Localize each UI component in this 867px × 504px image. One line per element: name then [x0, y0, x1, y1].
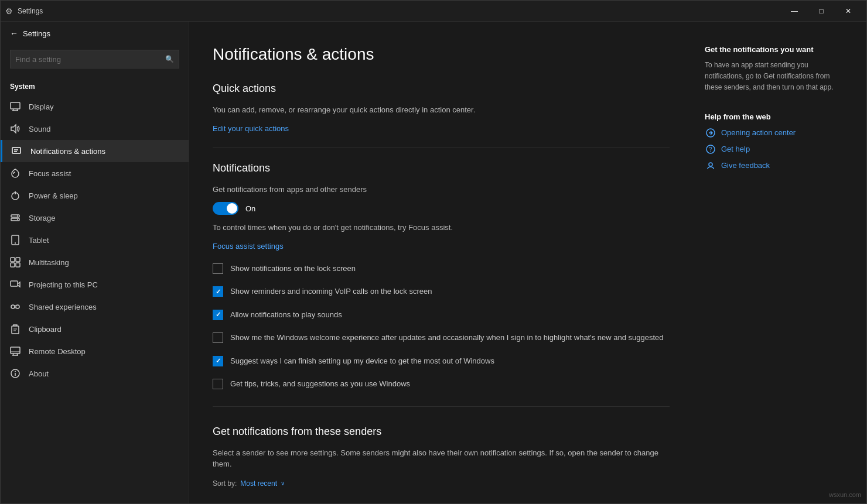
titlebar-title: Settings: [18, 7, 43, 15]
sidebar-item-notifications[interactable]: Notifications & actions: [1, 140, 189, 162]
checkbox-suggest-setup-input[interactable]: [213, 356, 223, 366]
sidebar-item-shared-experiences[interactable]: Shared experiences: [1, 296, 189, 318]
sidebar-item-storage[interactable]: Storage: [1, 207, 189, 229]
tablet-label: Tablet: [29, 236, 49, 245]
shared-experiences-label: Shared experiences: [29, 303, 97, 311]
clipboard-icon: [10, 324, 21, 334]
sidebar-item-power-sleep[interactable]: Power & sleep: [1, 184, 189, 207]
multitasking-label: Multitasking: [29, 258, 69, 267]
svg-point-13: [17, 219, 18, 220]
checkbox-welcome-input[interactable]: [213, 332, 223, 343]
search-icon: 🔍: [165, 55, 174, 63]
quick-actions-desc: You can add, remove, or rearrange your q…: [213, 104, 670, 116]
checkbox-tips-label: Get tips, tricks, and suggestions as you…: [230, 378, 410, 390]
power-icon: [10, 190, 21, 201]
svg-rect-0: [11, 102, 20, 109]
sidebar-item-focus-assist[interactable]: Focus assist: [1, 162, 189, 184]
search-input[interactable]: [15, 55, 162, 64]
content-area: ← Settings 🔍 System Display: [1, 22, 866, 503]
divider-1: [213, 148, 670, 148]
sidebar-item-about[interactable]: About: [1, 362, 189, 385]
toggle-label: On: [245, 204, 255, 213]
svg-rect-20: [11, 281, 18, 286]
opening-action-center-row[interactable]: Opening action center: [705, 127, 834, 139]
svg-rect-16: [11, 258, 15, 262]
right-section-title-2: Help from the web: [705, 112, 834, 121]
get-notifications-desc: Select a sender to see more settings. So…: [213, 447, 670, 470]
checkbox-voip-input[interactable]: [213, 286, 223, 297]
checkbox-lock-screen-label: Show notifications on the lock screen: [230, 263, 356, 275]
checkbox-sounds-label: Allow notifications to play sounds: [230, 309, 342, 321]
multitasking-icon: [10, 257, 21, 268]
sort-value[interactable]: Most recent: [240, 479, 277, 488]
checkbox-lock-screen: Show notifications on the lock screen: [213, 260, 670, 277]
back-button[interactable]: ← Settings: [1, 22, 189, 45]
storage-label: Storage: [29, 214, 56, 222]
settings-window: ⚙ Settings — □ ✕ ← Settings 🔍 System: [0, 0, 867, 504]
get-help-link[interactable]: Get help: [721, 145, 750, 153]
notifications-toggle-desc: Get notifications from apps and other se…: [213, 184, 670, 196]
opening-action-center-icon: [705, 127, 716, 139]
right-section-title-1: Get the notifications you want: [705, 45, 834, 54]
opening-action-center-link[interactable]: Opening action center: [721, 128, 796, 137]
sidebar-item-tablet[interactable]: Tablet: [1, 229, 189, 251]
power-sleep-label: Power & sleep: [29, 191, 78, 200]
notifications-toggle[interactable]: [213, 202, 238, 215]
svg-point-22: [16, 305, 19, 308]
main-content: Notifications & actions Quick actions Yo…: [213, 45, 670, 480]
settings-icon: ⚙: [5, 6, 13, 16]
svg-rect-5: [12, 148, 21, 153]
sidebar-item-remote-desktop[interactable]: Remote Desktop: [1, 340, 189, 362]
display-icon: [10, 101, 21, 112]
tablet-icon: [10, 235, 21, 245]
svg-point-21: [11, 305, 15, 308]
checkbox-suggest-setup-label: Suggest ways I can finish setting up my …: [230, 355, 494, 367]
sound-icon: [10, 124, 21, 134]
back-label: Settings: [23, 29, 50, 38]
toggle-thumb: [227, 203, 237, 214]
sidebar-item-projecting[interactable]: Projecting to this PC: [1, 273, 189, 296]
checkbox-lock-screen-input[interactable]: [213, 263, 223, 274]
quick-actions-title: Quick actions: [213, 83, 670, 95]
page-title: Notifications & actions: [213, 45, 670, 64]
shared-experiences-icon: [10, 301, 21, 312]
sidebar-item-multitasking[interactable]: Multitasking: [1, 251, 189, 273]
sidebar-item-clipboard[interactable]: Clipboard: [1, 318, 189, 340]
sidebar-item-sound[interactable]: Sound: [1, 118, 189, 140]
display-label: Display: [29, 102, 54, 111]
svg-rect-25: [12, 326, 19, 334]
right-panel: Get the notifications you want To have a…: [670, 45, 834, 480]
notifications-toggle-row: On: [213, 202, 670, 215]
give-feedback-link[interactable]: Give feedback: [721, 161, 770, 170]
svg-marker-4: [11, 125, 16, 133]
spacer-1: [213, 251, 670, 260]
edit-quick-actions-link[interactable]: Edit your quick actions: [213, 124, 289, 133]
about-label: About: [29, 369, 49, 378]
main-area: Notifications & actions Quick actions Yo…: [189, 22, 866, 503]
checkbox-sounds-input[interactable]: [213, 310, 223, 320]
focus-assist-settings-link[interactable]: Focus assist settings: [213, 242, 284, 251]
sidebar-item-display[interactable]: Display: [1, 95, 189, 118]
give-feedback-row[interactable]: Give feedback: [705, 160, 834, 172]
minimize-button[interactable]: —: [781, 1, 808, 22]
maximize-button[interactable]: □: [808, 1, 835, 22]
divider-2: [213, 406, 670, 407]
sort-row: Sort by: Most recent ∨: [213, 479, 670, 488]
focus-assist-desc: To control times when you do or don't ge…: [213, 222, 670, 234]
checkbox-welcome: Show me the Windows welcome experience a…: [213, 330, 670, 346]
checkbox-voip: Show reminders and incoming VoIP calls o…: [213, 283, 670, 300]
right-section-help: Help from the web Opening action center …: [705, 112, 834, 172]
notifications-label: Notifications & actions: [30, 147, 105, 156]
remote-desktop-label: Remote Desktop: [29, 347, 86, 356]
svg-point-35: [15, 371, 16, 372]
get-help-row[interactable]: ? Get help: [705, 143, 834, 155]
storage-icon: [10, 212, 21, 223]
close-button[interactable]: ✕: [835, 1, 862, 22]
remote-desktop-icon: [10, 346, 21, 356]
watermark: wsxun.com: [829, 491, 861, 498]
search-box[interactable]: 🔍: [10, 50, 179, 68]
sort-chevron-icon: ∨: [281, 480, 285, 486]
checkbox-tips-input[interactable]: [213, 379, 223, 389]
focus-assist-label: Focus assist: [29, 169, 71, 178]
right-section-get-notifications: Get the notifications you want To have a…: [705, 45, 834, 94]
